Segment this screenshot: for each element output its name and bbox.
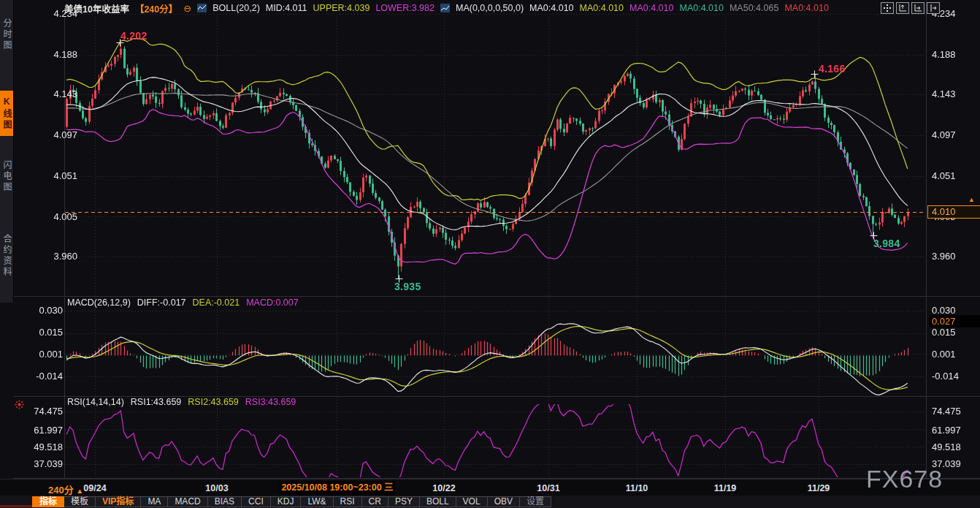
macd-axis-left-3: -0.014 <box>10 371 63 382</box>
period-text: 240分 <box>48 485 74 496</box>
watermark: FX678 <box>866 465 943 493</box>
macd-value-tag: 0.027 <box>929 315 980 327</box>
low-annotation-2: 3.984 <box>873 238 900 249</box>
rsi-axis-right-0: 74.475 <box>932 406 961 417</box>
chart-header: 美债10年收益率 【240分】 ⊖ BOLL(20,2) MID:4.011 U… <box>64 1 829 15</box>
sidebar: 分时图 K线图 闪电图 合约资料 <box>0 0 14 303</box>
rsi-axis-right-2: 49.518 <box>932 441 961 453</box>
rsi-axis-left-3: 37.039 <box>10 458 63 470</box>
boll-upper-value: UPPER:4.039 <box>313 3 370 13</box>
sidebar-tab-label: 闪电图 <box>1 160 12 193</box>
ma-indicator-icon <box>440 4 450 12</box>
sidebar-tab-contract-info[interactable]: 合约资料 <box>0 216 13 295</box>
toolbar-tab-vol[interactable]: VOL <box>456 496 488 507</box>
indicator-toolbar: 指标 模板 VIP指标 MA MACD BIAS CCI KDJ LW& RSI… <box>0 496 980 508</box>
period-selector[interactable]: 240分 ▲ <box>48 482 83 496</box>
macd-dea-value: DEA:-0.021 <box>193 297 240 309</box>
period-dropdown-icon: ▲ <box>76 487 83 495</box>
main-axis-right-1: 4.188 <box>932 49 956 61</box>
macd-axis-left-2: 0.001 <box>10 349 63 360</box>
rsi-label: RSI(14,14,14) <box>67 397 124 409</box>
shift-right-icon[interactable] <box>927 2 940 14</box>
sidebar-tab-label: 合约资料 <box>1 234 12 278</box>
toolbar-tab-cci[interactable]: CCI <box>242 496 271 507</box>
toolbar-tab-macd[interactable]: MACD <box>168 496 207 507</box>
main-axis-right-6: 3.960 <box>932 251 956 262</box>
period-label[interactable]: 【240分】 <box>135 1 177 15</box>
time-axis: 240分 ▲ 09/24 10/03 10/22 10/31 11/10 11/… <box>0 479 980 496</box>
chart-canvas[interactable] <box>0 0 980 508</box>
macd-label: MACD(26,12,9) <box>67 297 131 309</box>
sidebar-tab-label: K线图 <box>1 96 12 131</box>
high-annotation-2: 4.166 <box>819 63 846 75</box>
ma0-value-4: MA0:4.010 <box>679 3 723 13</box>
bottom-left-stripe <box>0 505 32 507</box>
toolbar-tab-vip-indicator[interactable]: VIP指标 <box>96 496 141 507</box>
rsi-axis-left-1: 61.997 <box>10 425 63 436</box>
indicator-settings-icon[interactable] <box>15 399 24 412</box>
date-tick-4: 11/10 <box>626 483 648 493</box>
ma0-value-1: MA0:4.010 <box>529 3 573 13</box>
date-tick-3: 10/31 <box>537 483 559 493</box>
macd-panel-header: MACD(26,12,9) DIFF:-0.017 DEA:-0.021 MAC… <box>67 297 299 309</box>
rsi1-value: RSI1:43.659 <box>131 397 182 409</box>
toolbar-tab-bias[interactable]: BIAS <box>208 496 242 507</box>
macd-hist-value: MACD:0.007 <box>246 297 299 309</box>
toolbar-tab-kdj[interactable]: KDJ <box>271 496 302 507</box>
boll-mid-value: MID:4.011 <box>266 3 307 13</box>
zoom-horizontal-icon[interactable] <box>911 2 925 14</box>
rsi3-value: RSI3:43.659 <box>245 397 296 409</box>
macd-axis-left-1: 0.015 <box>10 327 63 338</box>
macd-axis-right-1: 0.015 <box>932 327 956 338</box>
sidebar-tab-time-chart[interactable]: 分时图 <box>0 4 13 64</box>
main-axis-right-4: 4.051 <box>932 170 956 182</box>
main-axis-left-3: 4.097 <box>20 129 77 141</box>
toolbar-tab-boll[interactable]: BOLL <box>420 496 456 507</box>
toolbar-tab-cr[interactable]: CR <box>362 496 388 507</box>
boll-label: BOLL(20,2) <box>213 3 260 13</box>
toolbar-tab-ma[interactable]: MA <box>141 496 168 507</box>
date-tick-2: 10/22 <box>432 483 455 493</box>
ma0-value-3: MA0:4.010 <box>629 3 673 13</box>
main-axis-left-6: 3.960 <box>20 251 77 262</box>
ma0-value-5: MA0:4.010 <box>784 3 828 13</box>
toolbar-tab-lw[interactable]: LW& <box>301 496 333 507</box>
macd-axis-right-2: 0.001 <box>932 349 956 360</box>
ma0-value-2: MA0:4.010 <box>580 3 624 13</box>
rsi2-value: RSI2:43.659 <box>188 397 239 409</box>
move-tool-icon[interactable] <box>881 2 894 14</box>
toolbar-tab-rsi[interactable]: RSI <box>334 496 362 507</box>
price-tag-arrow-icon: ▲ <box>968 196 975 203</box>
date-tick-0: 09/24 <box>83 483 106 493</box>
date-tick-5: 11/19 <box>714 483 737 493</box>
toolbar-tab-psy[interactable]: PSY <box>388 496 420 507</box>
rsi-axis-left-2: 49.518 <box>10 441 63 453</box>
main-axis-left-4: 4.051 <box>20 170 77 182</box>
page-title: 美债10年收益率 <box>64 1 129 15</box>
main-axis-right-2: 4.143 <box>932 88 956 100</box>
last-price-tag: 4.010 <box>927 205 980 219</box>
macd-axis-right-3: -0.014 <box>932 371 959 382</box>
ma-label: MA(0,0,0,0,50,0) <box>456 3 524 13</box>
toolbar-tab-indicator[interactable]: 指标 <box>32 496 64 507</box>
macd-diff-value: DIFF:-0.017 <box>137 297 186 309</box>
low-annotation-1: 3.935 <box>394 281 421 292</box>
date-tick-1: 10/03 <box>205 483 228 493</box>
sidebar-tab-lightning-chart[interactable]: 闪电图 <box>0 145 13 208</box>
toolbar-tab-template[interactable]: 模板 <box>64 496 96 507</box>
rsi-panel-header: RSI(14,14,14) RSI1:43.659 RSI2:43.659 RS… <box>67 397 296 409</box>
toolbar-tab-obv[interactable]: OBV <box>488 496 520 507</box>
toolbar-tab-settings[interactable]: 设置 <box>520 496 551 507</box>
collapse-icon[interactable]: ⊖ <box>183 4 191 13</box>
sidebar-tab-kline-chart[interactable]: K线图 <box>0 91 13 136</box>
macd-axis-left-0: 0.030 <box>10 305 63 316</box>
boll-lower-value: LOWER:3.982 <box>375 3 435 13</box>
rsi-axis-right-1: 61.997 <box>932 425 961 436</box>
date-tick-6: 11/29 <box>808 483 830 493</box>
zoom-vertical-icon[interactable] <box>896 2 909 14</box>
main-axis-left-1: 4.188 <box>20 49 77 61</box>
chart-controls <box>881 2 940 14</box>
selected-candle-time: 2025/10/08 19:00~23:00 三 <box>280 481 395 495</box>
trading-app: { "colors":{"up":"#e8434f","down":"#3cbd… <box>0 0 980 508</box>
sidebar-tab-label: 分时图 <box>1 18 12 51</box>
